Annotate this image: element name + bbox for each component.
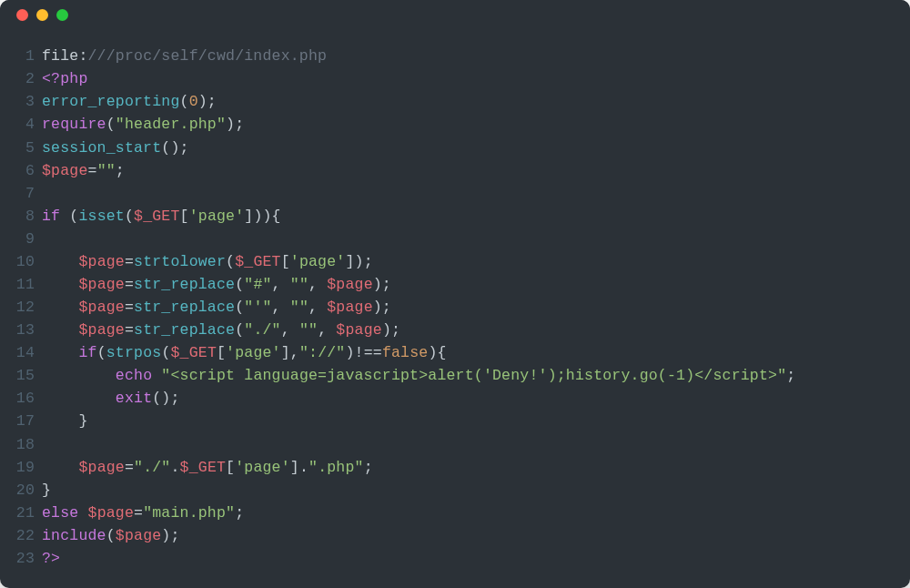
code-token: ); <box>382 321 400 339</box>
line-number: 12 <box>7 296 35 319</box>
code-token: ; <box>116 162 125 179</box>
code-token: ); <box>161 527 179 544</box>
line-number: 19 <box>7 456 35 479</box>
code-token: . <box>170 459 179 476</box>
code-token: ])){ <box>244 208 280 225</box>
code-content: error_reporting(0); <box>42 90 892 113</box>
code-line: 12 $page=str_replace("'", "", $page); <box>7 296 892 319</box>
line-number: 17 <box>7 410 35 432</box>
window-maximize-button[interactable] <box>56 9 68 21</box>
code-token: 'page' <box>235 459 290 476</box>
code-token: $page <box>327 276 373 293</box>
code-token: str_replace <box>134 321 235 339</box>
code-token: "" <box>97 162 116 179</box>
code-token: [ <box>180 208 189 225</box>
code-token: ); <box>226 116 244 133</box>
code-token: ( <box>180 93 189 110</box>
code-content: require("header.php"); <box>42 113 892 136</box>
code-token: error_reporting <box>42 93 180 110</box>
code-token: $_GET <box>235 253 281 270</box>
code-line: 17 } <box>7 410 892 432</box>
code-token: , <box>308 299 327 316</box>
code-line: 16 exit(); <box>7 387 892 410</box>
line-number: 9 <box>7 228 35 250</box>
code-content <box>42 228 892 250</box>
code-token: false <box>382 344 429 361</box>
code-token: include <box>42 527 106 544</box>
code-token: ); <box>198 93 217 110</box>
code-line: 8if (isset($_GET['page'])){ <box>7 205 892 228</box>
code-token: [ <box>217 344 226 361</box>
code-token: ( <box>235 276 244 293</box>
code-content <box>42 433 892 456</box>
code-content: exit(); <box>42 387 892 410</box>
code-content: if (isset($_GET['page'])){ <box>42 205 892 228</box>
code-area[interactable]: 1file:///proc/self/cwd/index.php2<?php3e… <box>0 30 910 588</box>
line-number: 15 <box>7 364 35 387</box>
code-token: echo <box>116 367 152 384</box>
code-token: )!== <box>345 344 381 361</box>
code-token: $_GET <box>170 344 217 361</box>
code-token <box>78 504 87 522</box>
code-token <box>42 459 78 476</box>
code-token: "'" <box>244 299 271 316</box>
line-number: 20 <box>7 479 35 502</box>
code-token: "<script language=javascript>alert('Deny… <box>161 367 786 384</box>
code-token: ( <box>60 208 78 225</box>
line-number: 14 <box>7 341 35 364</box>
line-number: 11 <box>7 273 35 296</box>
line-number: 1 <box>7 45 35 67</box>
code-token: $page <box>88 504 135 522</box>
code-token: "" <box>299 321 318 339</box>
code-content: $page=""; <box>42 159 892 182</box>
code-content: else $page="main.php"; <box>42 502 892 524</box>
code-token: session_start <box>42 139 161 157</box>
code-token: = <box>125 321 134 339</box>
line-number: 6 <box>7 159 35 182</box>
code-token: , <box>272 299 290 316</box>
code-line: 20} <box>7 479 892 502</box>
code-content: } <box>42 479 892 502</box>
code-line: 22include($page); <box>7 524 892 547</box>
code-token: , <box>272 276 290 293</box>
window-minimize-button[interactable] <box>36 9 48 21</box>
code-token: ; <box>235 504 244 522</box>
code-token: "main.php" <box>143 504 235 522</box>
line-number: 7 <box>7 182 35 205</box>
code-token <box>42 299 78 316</box>
code-line: 14 if(strpos($_GET['page'],"://")!==fals… <box>7 341 892 364</box>
code-token: ( <box>97 344 106 361</box>
code-content: ?> <box>42 547 892 570</box>
code-line: 4require("header.php"); <box>7 113 892 136</box>
code-token: $page <box>78 459 125 476</box>
code-line: 13 $page=str_replace("./", "", $page); <box>7 319 892 341</box>
code-token: else <box>42 504 78 522</box>
title-bar <box>0 0 910 30</box>
line-number: 4 <box>7 113 35 136</box>
code-token: , <box>281 321 299 339</box>
code-token: ], <box>281 344 299 361</box>
code-token: $page <box>116 527 162 544</box>
code-line: 19 $page="./".$_GET['page'].".php"; <box>7 456 892 479</box>
code-content <box>42 182 892 205</box>
code-token: $page <box>78 321 125 339</box>
line-number: 5 <box>7 137 35 159</box>
code-token <box>152 367 161 384</box>
code-token: ?> <box>42 550 60 567</box>
code-line: 21else $page="main.php"; <box>7 502 892 524</box>
code-token: str_replace <box>134 299 235 316</box>
code-token: "" <box>290 299 308 316</box>
code-token: <? <box>42 70 60 87</box>
line-number: 16 <box>7 387 35 410</box>
code-token <box>42 367 116 384</box>
code-token: ( <box>235 321 244 339</box>
code-token: ; <box>786 367 795 384</box>
code-token: ]); <box>345 253 372 270</box>
code-content: $page=strtolower($_GET['page']); <box>42 250 892 273</box>
window-close-button[interactable] <box>16 9 28 21</box>
code-line: 11 $page=str_replace("#", "", $page); <box>7 273 892 296</box>
code-token: php <box>60 70 87 87</box>
code-line: 7 <box>7 182 892 205</box>
code-token: ///proc/self/cwd/index.php <box>88 47 328 65</box>
code-token: file: <box>42 47 88 65</box>
